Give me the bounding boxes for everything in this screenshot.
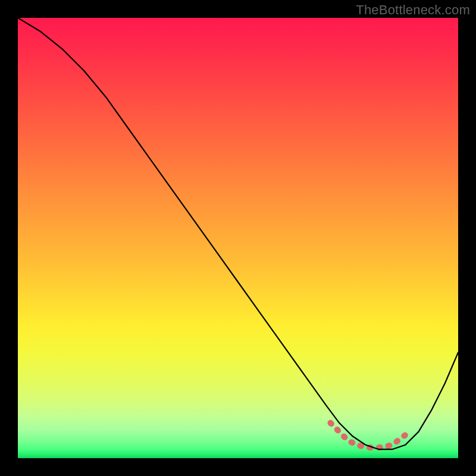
plot-svg	[18, 18, 458, 458]
bottleneck-plot	[18, 18, 458, 458]
gradient-background	[18, 18, 458, 458]
chart-frame: TheBottleneck.com	[0, 0, 476, 476]
watermark-text: TheBottleneck.com	[356, 2, 470, 18]
